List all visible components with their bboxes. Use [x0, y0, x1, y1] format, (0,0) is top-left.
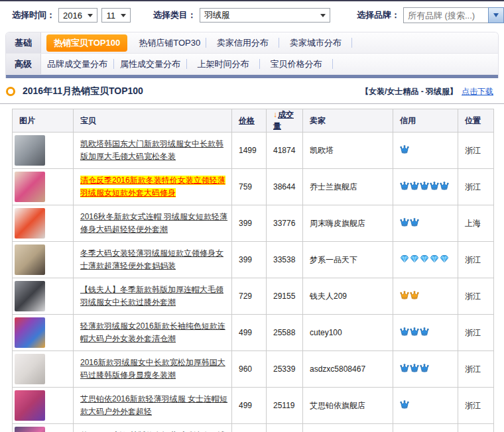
price-cell: 499: [232, 315, 267, 351]
product-thumbnail[interactable]: [15, 281, 45, 311]
volume-cell: 29155: [267, 278, 303, 315]
price-cell: 1499: [232, 133, 267, 169]
product-title-link[interactable]: 【钱夫人】冬季新款韩版加厚连帽大毛领羽绒服女中长款过膝外套潮: [80, 285, 223, 307]
credit-cell: [393, 315, 458, 351]
month-select[interactable]: 11: [101, 8, 131, 23]
product-thumbnail[interactable]: [15, 390, 45, 421]
table-row: 艾思铂依2016新款轻薄羽绒服 女士连帽短款大码户外外套超轻49925119艾思…: [13, 388, 494, 424]
price-cell: 499: [232, 388, 267, 424]
tab-basic-2[interactable]: 卖家信用分布: [206, 37, 279, 49]
tab-advanced-0[interactable]: 品牌成交量分布: [41, 58, 113, 70]
price-cell: 399: [232, 242, 267, 278]
product-thumbnail[interactable]: [15, 317, 45, 348]
advanced-tabs: 品牌成交量分布属性成交量分布上架时间分布宝贝价格分布: [41, 54, 498, 74]
price-cell: 960: [232, 351, 267, 388]
volume-cell: 33776: [267, 205, 303, 242]
category-filter-label: 选择类目：: [153, 9, 196, 21]
year-select-value: 2016: [63, 11, 82, 21]
tab-advanced-2[interactable]: 上架时间分布: [187, 58, 259, 70]
tab-basic-3[interactable]: 卖家城市分布: [279, 37, 351, 49]
category-select[interactable]: 羽绒服: [200, 8, 331, 23]
title-cell: 轻薄款羽绒服女2016新款长袖纯色短款连帽大码户外女装外套清仓潮: [74, 315, 232, 351]
filter-bar: 选择时间： 2016 11 选择类目： 羽绒服 选择品牌：: [0, 0, 504, 29]
page-title: 2016年11月热销宝贝TOP100: [23, 85, 361, 97]
advanced-tab-row: 高级 品牌成交量分布属性成交量分布上架时间分布宝贝价格分布: [6, 54, 498, 75]
dropdown-arrow-icon: [88, 14, 93, 17]
basic-tab-row: 基础 热销宝贝TOP100热销店铺TOP30卖家信用分布卖家城市分布: [6, 32, 498, 54]
product-thumbnail[interactable]: [15, 354, 45, 384]
product-title-link[interactable]: 2016秋冬新款女式连帽 羽绒服女短款轻薄 修身大码超轻轻便外套潮: [80, 212, 227, 234]
location-cell: 上海: [458, 205, 494, 242]
chevron-down-icon: [493, 13, 499, 17]
section-bullet-icon: [6, 87, 15, 96]
product-thumbnail[interactable]: [15, 135, 45, 166]
credit-icons: [400, 218, 455, 229]
blue-diamond-icon: [400, 254, 410, 265]
credit-cell: [393, 351, 458, 388]
location-cell: 浙江: [458, 315, 494, 351]
price-cell: [232, 424, 267, 432]
time-filter-label: 选择时间：: [12, 9, 55, 21]
product-thumbnail[interactable]: [15, 208, 45, 239]
thumbnail-cell: [13, 315, 74, 351]
header-volume-sort[interactable]: ↓成交量: [267, 109, 303, 133]
month-select-value: 11: [106, 11, 115, 21]
header-price-sort[interactable]: 价格: [232, 109, 267, 133]
volume-sort-link[interactable]: ↓成交量: [273, 110, 294, 131]
dropdown-arrow-icon: [320, 14, 326, 17]
blue-crown-icon: [400, 145, 410, 156]
top100-table: 图片 宝贝 价格 ↓成交量 卖家 信用 位置 凯欧塔韩国东大门新款羽绒服女中长款…: [12, 109, 494, 432]
gold-crown-icon: [410, 291, 420, 301]
download-link[interactable]: 点击下载: [462, 86, 493, 97]
blue-crown-icon: [400, 364, 410, 374]
title-cell: 2016新款羽绒服女中长款宽松加厚韩国大码过膝韩版修身显瘦冬装潮: [74, 351, 232, 388]
product-title-link[interactable]: 冬季大码女装轻薄羽绒服短款立领修身女士薄款超薄轻便外套妈妈装: [80, 248, 223, 270]
brand-dropdown-button[interactable]: [488, 7, 504, 23]
category-select-value: 羽绒服: [204, 9, 230, 21]
tab-advanced-1[interactable]: 属性成交量分布: [114, 58, 186, 70]
product-title-link[interactable]: 2016新款羽绒服女中长款宽松加厚韩国大码过膝韩版修身显瘦冬装潮: [80, 358, 225, 380]
tab-panel: 基础 热销宝贝TOP100热销店铺TOP30卖家信用分布卖家城市分布 高级 品牌…: [5, 32, 499, 78]
divider: [0, 103, 504, 104]
category-path: 【女装/女士精品 - 羽绒服】: [361, 86, 458, 97]
credit-icons: [400, 254, 455, 265]
product-thumbnail[interactable]: [15, 427, 45, 432]
product-title-link[interactable]: 轻薄款羽绒服女2016新款长袖纯色短款连帽大码户外女装外套清仓潮: [80, 321, 225, 343]
section-header: 2016年11月热销宝贝TOP100 【女装/女士精品 - 羽绒服】 点击下载: [5, 83, 499, 99]
thumbnail-cell: [13, 205, 74, 242]
product-title-link[interactable]: 清仓反季2016新款冬装特价女装立领轻薄羽绒服女短款外套大码修身: [80, 176, 225, 197]
tab-advanced-3[interactable]: 宝贝价格分布: [260, 58, 332, 70]
location-cell: 浙江: [458, 242, 494, 278]
brand-search-input[interactable]: [403, 7, 488, 23]
location-cell: 浙江: [458, 388, 494, 424]
header-location: 位置: [458, 109, 494, 133]
location-cell: 浙江: [458, 278, 494, 315]
blue-crown-icon: [420, 327, 430, 338]
tab-basic-0[interactable]: 热销宝贝TOP100: [46, 34, 127, 52]
table-row: 2016新款羽绒服女中长款宽松加厚韩国大码过膝韩版修身显瘦冬装潮96025339…: [13, 351, 494, 388]
table-row: 茄田2016新款韩版修身轻薄反季清仓羽绒服女短款连帽外套潮: [13, 424, 494, 432]
title-cell: 2016秋冬新款女式连帽 羽绒服女短款轻薄 修身大码超轻轻便外套潮: [74, 205, 232, 242]
volume-cell: 25339: [267, 351, 303, 388]
price-sort-link[interactable]: 价格: [239, 116, 255, 125]
blue-crown-icon: [430, 182, 440, 192]
product-thumbnail[interactable]: [15, 244, 45, 275]
title-cell: 【钱夫人】冬季新款韩版加厚连帽大毛领羽绒服女中长款过膝外套潮: [74, 278, 232, 315]
blue-crown-icon: [410, 364, 420, 374]
seller-cell: 艾思铂依旗舰店: [303, 388, 393, 424]
blue-diamond-icon: [430, 254, 440, 265]
product-thumbnail[interactable]: [15, 172, 45, 202]
product-title-link[interactable]: 艾思铂依2016新款轻薄羽绒服 女士连帽短款大码户外外套超轻: [80, 394, 227, 416]
seller-cell: cutey100: [303, 315, 393, 351]
year-select[interactable]: 2016: [58, 8, 97, 23]
dropdown-arrow-icon: [121, 14, 126, 17]
tab-basic-1[interactable]: 热销店铺TOP30: [133, 37, 206, 49]
thumbnail-cell: [13, 388, 74, 424]
title-cell: 凯欧塔韩国东大门新款羽绒服女中长款韩版加厚大毛领大码宽松冬装: [74, 133, 232, 169]
price-cell: 729: [232, 278, 267, 315]
volume-cell: 25119: [267, 388, 303, 424]
tab-group-basic-label: 基础: [6, 32, 41, 53]
thumbnail-cell: [13, 133, 74, 169]
blue-crown-icon: [400, 218, 410, 229]
product-title-link[interactable]: 凯欧塔韩国东大门新款羽绒服女中长款韩版加厚大毛领大码宽松冬装: [80, 139, 223, 161]
